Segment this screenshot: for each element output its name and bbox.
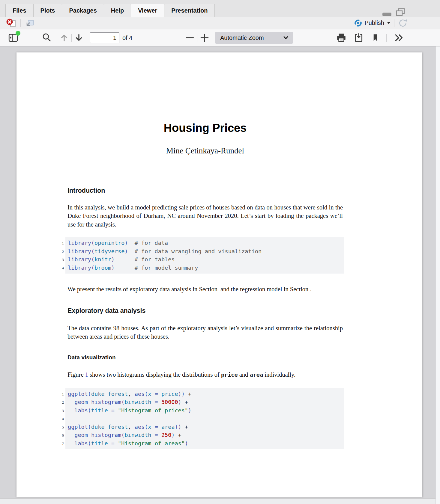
previous-page-button[interactable] [59, 32, 70, 43]
line-number: 6 [58, 431, 64, 440]
line-number: 2 [58, 248, 64, 256]
figure-reference-link[interactable]: 1 [85, 371, 88, 378]
bookmark-icon [371, 33, 380, 43]
document-title: Housing Prices [67, 121, 343, 135]
maximize-icon [395, 8, 406, 17]
zoom-in-button[interactable] [199, 32, 210, 43]
line-number: 3 [58, 407, 64, 415]
search-icon [41, 32, 52, 43]
line-number: 4 [58, 415, 64, 423]
toolbar-separator [386, 34, 387, 42]
paragraph-introduction: In this analysis, we build a model predi… [67, 203, 343, 229]
tab-plots[interactable]: Plots [33, 4, 62, 17]
document-body: Housing Prices Mine Çetinkaya-Rundel Int… [67, 52, 343, 449]
line-number: 1 [58, 390, 64, 399]
viewer-toolbar: Publish [0, 17, 440, 29]
double-chevron-icon [393, 32, 405, 43]
clear-viewer-button[interactable] [6, 18, 16, 28]
publish-icon [355, 19, 362, 27]
chevron-down-icon [283, 36, 289, 40]
tab-help[interactable]: Help [104, 4, 131, 17]
minimize-pane-button[interactable] [382, 10, 392, 17]
toolbar-separator [20, 19, 21, 27]
heading-introduction: Introduction [67, 187, 343, 194]
page-count-label: of 4 [122, 34, 132, 41]
current-view-button[interactable] [371, 33, 380, 43]
pdf-viewer-area[interactable]: Housing Prices Mine Çetinkaya-Rundel Int… [0, 46, 440, 504]
print-button[interactable] [336, 32, 347, 43]
pdf-toolbar: of 4 Automatic Zoom [0, 29, 440, 46]
pane-window-buttons [382, 8, 406, 17]
code-line: 4 [68, 414, 344, 423]
line-number: 2 [58, 398, 64, 407]
refresh-button[interactable] [398, 18, 408, 28]
publish-button[interactable]: Publish [355, 19, 391, 27]
maximize-pane-button[interactable] [395, 8, 406, 17]
paragraph-sections: We present the results of exploratory da… [67, 285, 343, 293]
line-number: 1 [58, 239, 64, 248]
pdf-page: Housing Prices Mine Çetinkaya-Rundel Int… [16, 52, 422, 497]
pane-tab-bar: Files Plots Packages Help Viewer Present… [0, 0, 440, 17]
minimize-icon [382, 10, 392, 17]
zoom-out-button[interactable] [184, 32, 195, 43]
tab-packages-label: Packages [69, 7, 97, 14]
code-line: 4library(broom) # for model summary [68, 264, 344, 272]
tab-help-label: Help [111, 7, 124, 14]
line-number: 4 [58, 264, 64, 272]
document-author: Mine Çetinkaya-Rundel [67, 146, 343, 156]
save-icon [353, 32, 364, 43]
find-button[interactable] [41, 32, 52, 43]
line-number: 5 [58, 423, 64, 431]
code-line: 3 labs(title = "Histogram of prices") [68, 406, 344, 415]
viewer-bottom-edge [0, 498, 436, 504]
page-number-input[interactable] [90, 32, 119, 43]
arrow-down-icon [73, 32, 84, 43]
code-line: 5ggplot(duke_forest, aes(x = area)) + [68, 423, 344, 431]
close-icon [6, 18, 16, 28]
heading-data-visualization: Data visualization [67, 354, 343, 361]
tab-presentation[interactable]: Presentation [164, 4, 215, 17]
tools-button[interactable] [393, 32, 405, 43]
code-block-histograms: 1ggplot(duke_forest, aes(x = price)) +2 … [65, 388, 344, 449]
minus-icon [184, 32, 195, 43]
inline-code: area [250, 372, 263, 378]
popout-icon [25, 19, 34, 28]
heading-exploratory-data-analysis: Exploratory data analysis [67, 307, 343, 315]
viewer-scrollbar[interactable] [436, 46, 440, 504]
paragraph-text: shows two histograms displaying the dist… [88, 371, 221, 378]
tab-strip: Files Plots Packages Help Viewer Present… [5, 4, 215, 17]
toggle-sidebar-button[interactable] [8, 32, 19, 43]
tab-plots-label: Plots [40, 7, 55, 14]
paragraph-text: Figure [67, 371, 85, 378]
code-line: 7 labs(title = "Histogram of areas") [68, 439, 344, 448]
tab-files[interactable]: Files [5, 4, 33, 17]
notification-dot [16, 31, 20, 36]
print-icon [336, 32, 347, 43]
code-block-libraries: 1library(openintro) # for data2library(t… [65, 237, 344, 274]
tab-viewer-label: Viewer [138, 7, 157, 14]
inline-code: price [221, 372, 238, 378]
next-page-button[interactable] [73, 32, 84, 43]
code-line: 2 geom_histogram(binwidth = 50000) + [68, 398, 344, 406]
tab-viewer[interactable]: Viewer [131, 4, 164, 17]
code-line: 1ggplot(duke_forest, aes(x = price)) + [68, 390, 344, 398]
paragraph-text: individually. [263, 371, 295, 378]
paragraph-text: and [238, 371, 250, 378]
tab-presentation-label: Presentation [171, 7, 208, 14]
rstudio-viewer-pane: Files Plots Packages Help Viewer Present… [0, 0, 440, 504]
publish-label: Publish [364, 19, 384, 26]
line-number: 3 [58, 256, 64, 264]
toolbar-separator [394, 19, 394, 27]
tab-packages[interactable]: Packages [62, 4, 103, 17]
code-line: 1library(openintro) # for data [68, 239, 344, 247]
zoom-select[interactable]: Automatic Zoom [215, 32, 293, 44]
arrow-up-icon [59, 32, 70, 43]
save-button[interactable] [353, 32, 364, 43]
open-in-new-window-button[interactable] [25, 19, 34, 28]
paragraph-figure: Figure 1 shows two histograms displaying… [67, 370, 343, 379]
toolbar-separator [71, 34, 72, 42]
code-line: 3library(knitr) # for tables [68, 255, 344, 264]
line-number: 7 [58, 440, 64, 448]
tab-files-label: Files [13, 7, 26, 14]
dropdown-caret-icon [387, 22, 391, 24]
